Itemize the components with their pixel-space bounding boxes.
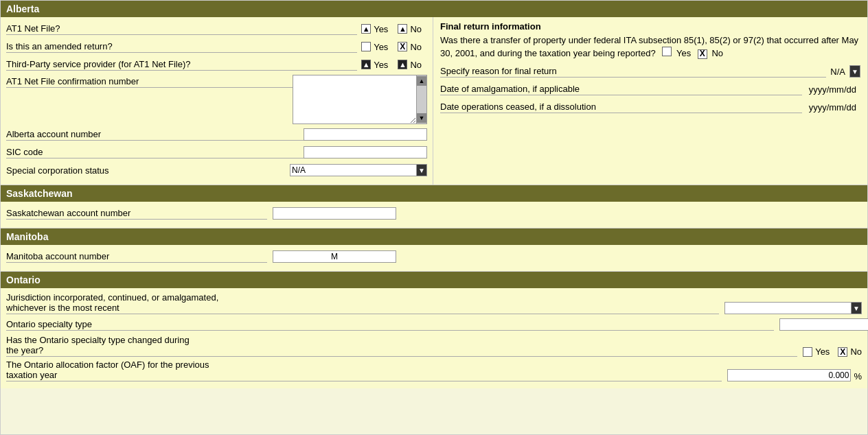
specify-reason-value: N/A (830, 67, 845, 77)
ontario-title: Ontario (6, 274, 41, 285)
mb-account-label: Manitoba account number (6, 251, 267, 263)
transfer-section: Was there a transfer of property under f… (440, 34, 860, 60)
amended-no-label: No (410, 42, 422, 52)
amended-no-checkbox[interactable]: X (398, 42, 407, 51)
conf-number-container: ▲ ▼ (293, 75, 427, 124)
specialty-changed-no-label: No (850, 346, 862, 357)
amended-return-label: Is this an amended return? (6, 41, 357, 53)
sic-code-row: SIC code (6, 145, 427, 160)
alberta-account-label: Alberta account number (6, 129, 304, 141)
at1-net-file-row: AT1 Net File? ▲ Yes ▲ No (6, 21, 427, 36)
specify-reason-label: Specify reason for final return (440, 66, 826, 78)
at1-net-file-label: AT1 Net File? (6, 23, 357, 35)
alberta-left-panel: AT1 Net File? ▲ Yes ▲ No Is this an amen… (1, 17, 433, 185)
conf-number-input[interactable] (293, 75, 416, 124)
specialty-type-input[interactable] (779, 318, 868, 331)
specialty-changed-label-line1: Has the Ontario specialty type changed d… (6, 335, 797, 345)
operations-ceased-value: yyyy/mm/dd (809, 102, 856, 113)
amended-yes-checkbox[interactable] (361, 42, 371, 51)
transfer-text-content: Was there a transfer of property under f… (440, 35, 858, 58)
oaf-label: The Ontario allocation factor (OAF) for … (6, 360, 722, 381)
third-party-yes-label: Yes (374, 60, 388, 70)
jurisdiction-arrow[interactable]: ▼ (851, 302, 862, 314)
amended-no-group: X No (398, 42, 427, 52)
conf-number-row: AT1 Net File confirmation number ▲ ▼ (6, 75, 427, 124)
conf-scrollbar: ▲ ▼ (416, 75, 427, 124)
alberta-account-input[interactable] (304, 128, 427, 141)
jurisdiction-row: Jurisdiction incorporated, continued, or… (6, 292, 862, 314)
sk-account-row: Saskatchewan account number (6, 206, 862, 221)
specialty-changed-label: Has the Ontario specialty type changed d… (6, 335, 797, 357)
alberta-title: Alberta (6, 3, 39, 14)
transfer-no-checkbox[interactable]: X (698, 49, 707, 59)
sic-code-label: SIC code (6, 147, 304, 158)
at1-net-file-no-checkbox[interactable]: ▲ (398, 24, 407, 34)
conf-number-label: AT1 Net File confirmation number (6, 75, 293, 88)
amended-yes-label: Yes (374, 42, 388, 52)
oaf-row: The Ontario allocation factor (OAF) for … (6, 360, 862, 381)
amended-yes-group: Yes (361, 42, 393, 52)
oaf-label-line2: taxation year (6, 370, 722, 381)
amalgamation-label: Date of amalgamation, if applicable (440, 84, 802, 95)
main-container: Alberta AT1 Net File? ▲ Yes ▲ No Is this… (0, 0, 868, 435)
amended-return-row: Is this an amended return? Yes X No (6, 39, 427, 54)
special-corp-input[interactable] (290, 164, 416, 176)
saskatchewan-header: Saskatchewan (1, 185, 867, 202)
sk-account-label: Saskatchewan account number (6, 208, 267, 220)
mb-account-input[interactable] (273, 250, 396, 263)
third-party-no-label: No (410, 60, 422, 70)
third-party-yes-checkbox[interactable]: ▲ (361, 60, 371, 69)
special-corp-label: Special corporation status (6, 165, 290, 176)
specialty-type-label: Ontario specialty type (6, 319, 774, 331)
alberta-account-row: Alberta account number (6, 127, 427, 142)
transfer-checkboxes: Yes X No (662, 48, 723, 58)
jurisdiction-input[interactable] (724, 302, 851, 314)
third-party-yes-group: ▲ Yes (361, 60, 393, 70)
ontario-body: Jurisdiction incorporated, continued, or… (1, 288, 867, 388)
mb-account-row: Manitoba account number (6, 249, 862, 264)
jurisdiction-label: Jurisdiction incorporated, continued, or… (6, 292, 719, 314)
ontario-header: Ontario (1, 272, 867, 288)
at1-net-file-yes-label: Yes (374, 24, 388, 34)
jurisdiction-label-line2: whichever is the most recent (6, 303, 719, 314)
manitoba-header: Manitoba (1, 228, 867, 245)
transfer-yes-checkbox[interactable] (662, 47, 672, 56)
specialty-changed-label-line2: the year? (6, 345, 797, 357)
at1-net-file-no-group: ▲ No (398, 24, 427, 34)
third-party-row: Third-Party service provider (for AT1 Ne… (6, 57, 427, 72)
sk-account-input[interactable] (273, 207, 396, 220)
amalgamation-row: Date of amalgamation, if applicable yyyy… (440, 82, 860, 97)
special-corp-dropdown[interactable]: ▼ (290, 164, 427, 176)
manitoba-title: Manitoba (6, 231, 48, 242)
oaf-input[interactable] (727, 369, 851, 381)
special-corp-row: Special corporation status ▼ (6, 163, 427, 178)
transfer-yes-label: Yes (676, 48, 691, 58)
oaf-label-line1: The Ontario allocation factor (OAF) for … (6, 360, 722, 370)
saskatchewan-body: Saskatchewan account number (1, 202, 867, 228)
third-party-label: Third-Party service provider (for AT1 Ne… (6, 59, 357, 71)
jurisdiction-dropdown[interactable]: ▼ (724, 302, 862, 314)
specialty-changed-no-checkbox[interactable]: X (838, 347, 847, 357)
alberta-body: AT1 Net File? ▲ Yes ▲ No Is this an amen… (1, 17, 867, 185)
at1-net-file-no-label: No (410, 24, 422, 34)
alberta-right-panel: Final return information Was there a tra… (433, 17, 867, 185)
conf-scroll-down-btn[interactable]: ▼ (417, 113, 426, 123)
jurisdiction-label-line1: Jurisdiction incorporated, continued, or… (6, 292, 719, 303)
specify-reason-arrow[interactable]: ▼ (849, 65, 860, 78)
manitoba-body: Manitoba account number (1, 245, 867, 272)
specialty-changed-checkboxes: Yes X No (803, 346, 862, 357)
sic-code-input[interactable] (304, 146, 427, 158)
final-return-title: Final return information (440, 21, 860, 32)
conf-scroll-up-btn[interactable]: ▲ (417, 76, 426, 86)
specialty-changed-row: Has the Ontario specialty type changed d… (6, 335, 862, 357)
special-corp-arrow[interactable]: ▼ (416, 164, 427, 176)
at1-net-file-yes-group: ▲ Yes (361, 24, 393, 34)
amalgamation-value: yyyy/mm/dd (809, 84, 856, 95)
specialty-changed-yes-checkbox[interactable] (803, 347, 812, 357)
third-party-no-checkbox[interactable]: ▲ (398, 60, 407, 69)
operations-ceased-row: Date operations ceased, if a dissolution… (440, 99, 860, 115)
at1-net-file-yes-checkbox[interactable]: ▲ (361, 24, 371, 34)
specialty-type-dropdown[interactable]: ▼ (779, 318, 862, 331)
specialty-type-row: Ontario specialty type ▼ (6, 317, 862, 332)
transfer-no-label: No (711, 48, 723, 58)
